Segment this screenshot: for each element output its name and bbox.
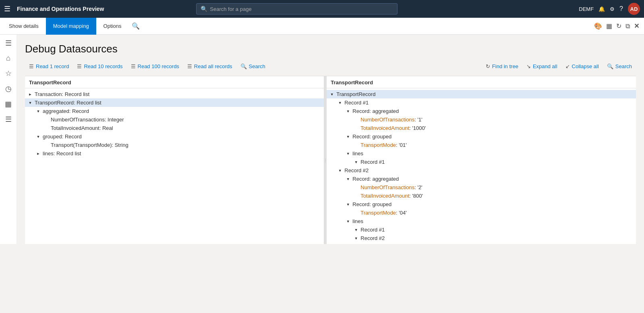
avatar[interactable]: AD — [628, 3, 640, 15]
read-100-records-btn[interactable]: ☰ Read 100 records — [127, 62, 183, 71]
expand-arrow-icon: ▼ — [35, 109, 41, 114]
second-nav: Show details Model mapping Options 🔍 🎨 ▦… — [0, 18, 644, 35]
expand-arrow-icon — [353, 142, 359, 148]
read-all-records-btn[interactable]: ☰ Read all records — [183, 62, 236, 71]
expand-arrow-icon: ▼ — [345, 219, 351, 224]
tree-row[interactable]: ▼ grouped: Record — [25, 132, 324, 141]
sidebar-star-icon[interactable]: ☆ — [5, 69, 12, 78]
expand-all-btn[interactable]: ↘ Expand all — [522, 62, 561, 71]
tree-row[interactable]: NumberOfTransactions: Integer — [25, 115, 324, 124]
tree-row[interactable]: ▼ lines — [327, 217, 636, 225]
tree-row[interactable]: ▼ Record #2 — [327, 234, 636, 242]
sidebar-grid-icon[interactable]: ▦ — [5, 100, 12, 109]
bell-icon[interactable]: 🔔 — [598, 6, 605, 12]
read-10-records-btn[interactable]: ☰ Read 10 records — [73, 62, 126, 71]
tree-row[interactable]: ► Transaction: Record list — [25, 90, 324, 98]
tree-item-label: NumberOfTransactions: '1' — [360, 117, 634, 123]
expand-arrow-icon: ► — [35, 151, 41, 156]
tree-row[interactable]: TransportMode: '01' — [327, 141, 636, 149]
sidebar-hamburger-icon[interactable]: ☰ — [5, 39, 12, 48]
tree-item-label: Transport(TransportMode): String — [51, 142, 322, 148]
tree-item-label: Record: aggregated — [352, 176, 634, 182]
tree-row[interactable]: ▼ TransportRecord: Record list — [25, 98, 324, 107]
top-nav-right: DEMF 🔔 ⚙ ? AD — [579, 3, 640, 15]
tree-row[interactable]: ▼ lines — [327, 149, 636, 158]
tree-item-label: Record #1 — [344, 100, 634, 106]
tree-item-label: Record #2 — [344, 167, 634, 173]
expand-arrow-icon: ▼ — [345, 151, 351, 156]
tree-row[interactable]: TotalInvoicedAmount: '1000' — [327, 124, 636, 132]
content-area: Debug Datasources ☰ Read 1 record ☰ Read… — [17, 35, 644, 244]
tree-row[interactable]: ▼ Record #1 — [327, 158, 636, 166]
tree-item-label: TotalInvoicedAmount: '1000' — [360, 125, 634, 131]
tree-row[interactable]: ▼ Record #1 — [327, 98, 636, 107]
tree-item-label: Record: grouped — [352, 201, 634, 207]
collapse-all-btn[interactable]: ↙ Collapse all — [561, 62, 603, 71]
global-search[interactable]: 🔍 Search for a page — [196, 3, 398, 15]
read-1-record-btn[interactable]: ☰ Read 1 record — [25, 62, 73, 71]
expand-all-icon: ↘ — [526, 63, 531, 69]
hamburger-icon[interactable]: ☰ — [4, 4, 10, 13]
expand-arrow-icon: ▼ — [353, 236, 359, 241]
tree-row[interactable]: ▼ Record #1 — [327, 225, 636, 234]
refresh-icon[interactable]: ↻ — [616, 22, 621, 30]
sidebar-list-icon[interactable]: ☰ — [5, 115, 12, 124]
tree-item-label: TransportRecord: Record list — [35, 100, 322, 106]
right-search-btn[interactable]: 🔍 Search — [603, 62, 636, 71]
expand-arrow-icon: ▼ — [345, 109, 351, 114]
left-panel-header: TransportRecord — [25, 76, 324, 88]
tree-item-label: lines — [352, 150, 634, 156]
expand-arrow-icon — [353, 117, 359, 123]
tree-row[interactable]: ▼ Record #2 — [327, 166, 636, 175]
close-icon[interactable]: ✕ — [634, 22, 639, 30]
tab-show-details[interactable]: Show details — [2, 18, 46, 35]
right-tree[interactable]: ▼ TransportRecord ▼ Record #1 ▼ Record: … — [327, 88, 636, 244]
gear-icon[interactable]: ⚙ — [610, 6, 615, 12]
tree-row[interactable]: TotalInvoicedAmount: Real — [25, 124, 324, 132]
tree-row[interactable]: ► lines: Record list — [25, 149, 324, 158]
tree-item-label: TransportRecord — [336, 91, 634, 97]
tree-row[interactable]: ▼ TransportRecord — [327, 90, 636, 98]
left-tree[interactable]: ► Transaction: Record list ▼ TransportRe… — [25, 88, 324, 244]
expand-arrow-icon — [43, 142, 49, 148]
left-panel: TransportRecord ► Transaction: Record li… — [25, 76, 324, 244]
sidebar-clock-icon[interactable]: ◷ — [5, 84, 12, 93]
right-search-icon: 🔍 — [607, 63, 613, 69]
tree-row[interactable]: TransportMode: '04' — [327, 209, 636, 217]
panels: TransportRecord ► Transaction: Record li… — [25, 76, 636, 244]
tree-row[interactable]: NumberOfTransactions: '1' — [327, 115, 636, 124]
tree-row[interactable]: TotalInvoicedAmount: '800' — [327, 192, 636, 200]
columns-icon[interactable]: ▦ — [606, 22, 612, 30]
expand-arrow-icon: ▼ — [35, 134, 41, 140]
expand-arrow-icon — [353, 210, 359, 216]
left-sidebar: ☰ ⌂ ☆ ◷ ▦ ☰ — [0, 35, 17, 244]
search-icon: 🔍 — [201, 6, 207, 12]
palette-icon[interactable]: 🎨 — [594, 22, 602, 30]
tree-row[interactable]: NumberOfTransactions: '2' — [327, 183, 636, 192]
left-search-btn[interactable]: 🔍 Search — [236, 62, 269, 71]
right-panel: TransportRecord ▼ TransportRecord ▼ Reco… — [327, 76, 636, 244]
main-toolbar: ☰ Read 1 record ☰ Read 10 records ☰ Read… — [25, 62, 636, 71]
tab-options[interactable]: Options — [96, 18, 129, 35]
expand-arrow-icon — [43, 117, 49, 123]
tree-row[interactable]: ▼ Record: aggregated — [327, 107, 636, 115]
readall-icon: ☰ — [187, 63, 192, 69]
search-placeholder: Search for a page — [210, 6, 251, 12]
tree-row[interactable]: ▼ Record: aggregated — [327, 175, 636, 183]
expand-arrow-icon: ▼ — [337, 100, 343, 106]
tree-row[interactable]: ▼ aggregated: Record — [25, 107, 324, 115]
second-nav-actions: 🎨 ▦ ↻ ⧉ ✕ — [594, 22, 644, 30]
help-icon[interactable]: ? — [619, 5, 623, 13]
right-panel-header: TransportRecord — [327, 76, 636, 88]
second-nav-search-icon[interactable]: 🔍 — [132, 22, 140, 30]
find-in-tree-btn[interactable]: ↻ Find in tree — [482, 62, 522, 71]
tree-row[interactable]: ▼ Record: grouped — [327, 132, 636, 141]
find-tree-icon: ↻ — [486, 63, 490, 69]
expand-icon[interactable]: ⧉ — [625, 23, 630, 30]
tree-item-label: lines: Record list — [43, 150, 322, 156]
expand-arrow-icon: ▼ — [353, 159, 359, 165]
sidebar-home-icon[interactable]: ⌂ — [6, 54, 10, 63]
tab-model-mapping[interactable]: Model mapping — [46, 18, 96, 35]
tree-row[interactable]: Transport(TransportMode): String — [25, 141, 324, 149]
tree-row[interactable]: ▼ Record: grouped — [327, 200, 636, 209]
